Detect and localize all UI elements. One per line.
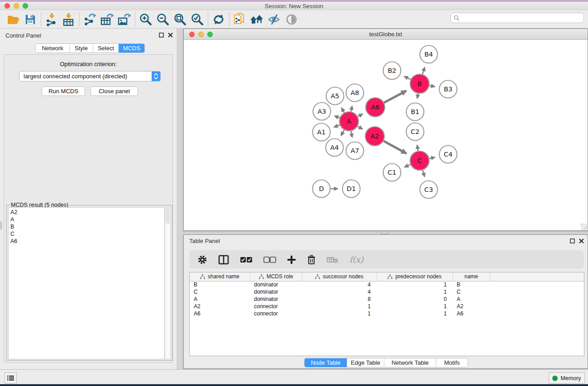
column-header-name[interactable]: name	[453, 272, 490, 281]
control-panel-tabs: NetworkStyleSelectMCDS	[35, 43, 145, 53]
edge-A-A4[interactable]	[341, 130, 344, 136]
table-row[interactable]: Bdominator41B	[190, 281, 584, 288]
edge-B-B2[interactable]	[404, 76, 411, 80]
mcds-result-item[interactable]: C	[10, 230, 164, 238]
add-column-icon[interactable]	[287, 255, 296, 264]
clone-network-icon[interactable]	[231, 12, 249, 27]
memory-button[interactable]: Memory	[549, 372, 585, 384]
float-panel-icon[interactable]	[159, 33, 164, 38]
splitter-handle-bottom[interactable]	[381, 231, 388, 234]
hide-selected-icon[interactable]	[266, 12, 283, 27]
edge-A-A2[interactable]	[358, 126, 363, 129]
minimize-window-button[interactable]	[14, 3, 19, 9]
edge-C-C4[interactable]	[429, 157, 435, 158]
select-all-icon[interactable]	[240, 257, 253, 263]
function-builder-icon[interactable]: f(x)	[349, 255, 363, 264]
maximize-window-button[interactable]	[23, 3, 28, 9]
network-close-button[interactable]	[189, 32, 195, 37]
edge-C-C2[interactable]	[417, 145, 418, 151]
tab-motifs[interactable]: Motifs	[436, 358, 468, 367]
toggle-panel-layout-icon[interactable]	[218, 255, 229, 265]
column-header-predecessor-nodes[interactable]: predecessor nodes	[377, 272, 453, 281]
mcds-result-list[interactable]: A2ABCA6	[8, 207, 165, 359]
toolbar-separator	[229, 13, 229, 26]
show-panels-button[interactable]	[5, 372, 17, 384]
deselect-all-icon[interactable]	[263, 257, 276, 263]
mcds-result-item[interactable]: A6	[10, 238, 164, 245]
edge-A-A7[interactable]	[351, 131, 352, 138]
zoom-fit-icon[interactable]	[172, 12, 189, 27]
toolbar-search[interactable]	[450, 13, 584, 23]
network-graph[interactable]: AA1A2A3A4A5A6A7A8BB1B2B3B4CC1C2C3C4DD1	[184, 40, 588, 230]
node-table[interactable]: shared nameMCDS rolesuccessor nodesprede…	[189, 272, 584, 356]
table-toolbar: f(x)	[189, 250, 584, 269]
edge-A6-B[interactable]	[384, 91, 406, 102]
splitter-handle-left[interactable]	[0, 222, 2, 229]
zoom-in-icon[interactable]	[137, 12, 154, 27]
tab-node-table[interactable]: Node Table	[305, 358, 347, 367]
network-window-titlebar[interactable]: testGlobe.txt	[184, 29, 588, 40]
network-maximize-button[interactable]	[207, 32, 213, 37]
run-mcds-button[interactable]: Run MCDS	[42, 86, 85, 96]
mcds-list-scrollbar[interactable]	[165, 207, 171, 359]
float-table-panel-icon[interactable]	[570, 238, 575, 243]
resize-grip-icon[interactable]	[581, 224, 587, 230]
network-minimize-button[interactable]	[198, 32, 204, 37]
table-settings-icon[interactable]	[197, 255, 207, 265]
open-session-icon[interactable]	[5, 12, 22, 27]
tab-style[interactable]: Style	[69, 44, 93, 52]
table-row[interactable]: A2connector11A2	[190, 303, 584, 310]
edge-A-A6[interactable]	[358, 114, 363, 117]
save-session-icon[interactable]	[22, 12, 39, 27]
delete-table-icon[interactable]	[327, 256, 339, 264]
export-table-icon[interactable]	[99, 12, 116, 27]
show-all-icon[interactable]	[283, 12, 300, 27]
mcds-result-item[interactable]: A	[10, 216, 164, 223]
table-row[interactable]: Adominator80A	[190, 295, 584, 303]
tab-network-table[interactable]: Network Table	[384, 358, 436, 367]
apply-layout-icon[interactable]	[210, 12, 227, 27]
delete-columns-icon[interactable]	[307, 255, 316, 265]
edge-C-C1[interactable]	[404, 165, 411, 167]
network-window[interactable]: testGlobe.txt AA1A2A3A4A5A6A7A8BB1B2B3B4…	[183, 29, 588, 231]
app-titlebar[interactable]: Session: New Session	[0, 2, 588, 10]
zoom-out-icon[interactable]	[154, 12, 172, 27]
edge-A-A3[interactable]	[335, 116, 340, 118]
export-image-icon[interactable]	[116, 12, 133, 27]
edge-A2-C[interactable]	[383, 141, 406, 154]
network-canvas[interactable]: AA1A2A3A4A5A6A7A8BB1B2B3B4CC1C2C3C4DD1	[184, 40, 588, 230]
edge-B-B3[interactable]	[430, 86, 435, 86]
close-panel-button[interactable]: Close panel	[91, 86, 138, 96]
column-header-shared-name[interactable]: shared name	[190, 272, 250, 281]
hierarchy-icon	[387, 274, 392, 279]
desktop-wallpaper-bottom	[0, 384, 588, 386]
tab-mcds[interactable]: MCDS	[119, 44, 144, 52]
zoom-selected-icon[interactable]	[189, 12, 206, 27]
criterion-dropdown[interactable]: largest connected component (directed)	[19, 71, 161, 81]
search-input[interactable]	[460, 15, 573, 21]
edge-A-A1[interactable]	[334, 125, 339, 127]
edge-A-A8[interactable]	[351, 106, 352, 112]
mcds-result-item[interactable]: A2	[10, 209, 164, 216]
edge-A-A5[interactable]	[341, 108, 344, 113]
toolbar-separator	[41, 13, 41, 26]
edge-C-C3[interactable]	[423, 170, 425, 177]
close-window-button[interactable]	[5, 3, 10, 9]
export-network-icon[interactable]	[81, 12, 99, 27]
tab-network[interactable]: Network	[36, 44, 69, 52]
mcds-result-item[interactable]: B	[10, 223, 164, 230]
task-list-icon	[7, 375, 14, 381]
table-row[interactable]: A6connector11A6	[190, 310, 584, 317]
tab-edge-table[interactable]: Edge Table	[347, 358, 384, 367]
column-header-MCDS-role[interactable]: MCDS role	[250, 272, 302, 281]
network-overview-icon[interactable]	[249, 12, 266, 27]
column-header-successor-nodes[interactable]: successor nodes	[302, 272, 377, 281]
table-row[interactable]: Cdominator41C	[190, 288, 584, 295]
edge-B-B4[interactable]	[422, 67, 425, 74]
import-network-icon[interactable]	[43, 12, 60, 27]
import-table-icon[interactable]	[60, 12, 77, 27]
edge-B-B1[interactable]	[417, 94, 418, 99]
close-panel-icon[interactable]	[168, 33, 173, 38]
tab-select[interactable]: Select	[93, 44, 119, 52]
close-table-panel-icon[interactable]	[579, 238, 584, 243]
